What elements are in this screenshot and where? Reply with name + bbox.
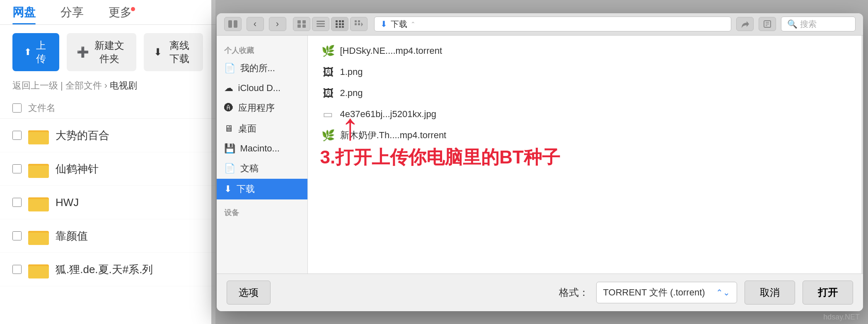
file-entry-torrent2[interactable]: 🌿 新木奶伊.Th....mp4.torrent [315,125,856,146]
view-list-button[interactable] [312,17,329,31]
svg-rect-14 [28,266,49,278]
dialog-body: 个人收藏 📄 我的所... ☁ iCloud D... 🅐 应用程序 🖥 桌面 [217,36,863,274]
svg-rect-24 [336,20,338,22]
svg-rect-26 [342,20,344,22]
select-all-checkbox[interactable] [12,103,22,113]
watermark: hdsay.NET [823,313,860,322]
view-options-group [293,17,368,31]
svg-rect-33 [355,20,357,22]
file-row[interactable]: 仙鹤神针 [0,152,215,186]
svg-rect-34 [358,20,360,22]
share-button[interactable] [736,17,754,31]
format-value: TORRENT 文件 (.torrent) [603,286,705,299]
tab-wangpan[interactable]: 网盘 [12,5,36,24]
file-row[interactable]: 靠颜值 [0,219,215,253]
tab-share[interactable]: 分享 [60,5,84,24]
svg-rect-31 [339,26,341,28]
sidebar-item-downloads[interactable]: ⬇ 下载 [217,179,307,199]
sidebar-item-label: 文稿 [240,162,259,175]
app-panel: 网盘 分享 更多 ⬆ 上传 ➕ 新建文件夹 ⬇ 离线下载 返回上一级 | 全部文… [0,0,215,324]
nav-back-button[interactable]: ‹ [247,17,264,31]
new-folder-icon: ➕ [77,46,89,58]
offline-download-button[interactable]: ⬇ 离线下载 [144,33,203,71]
resize-handle[interactable] [861,36,863,274]
tab-more[interactable]: 更多 [109,5,132,24]
folder-icon [28,126,49,144]
file-checkbox[interactable] [12,198,22,207]
file-checkbox[interactable] [12,131,22,140]
file-row[interactable]: HWJ [0,186,215,219]
file-row[interactable]: 大势的百合 [0,119,215,152]
breadcrumb: 返回上一级 | 全部文件 › 电视剧 [0,79,215,98]
breadcrumb-all-files[interactable]: 全部文件 [65,79,102,92]
nav-forward-button[interactable]: › [269,17,286,31]
sidebar-item-label: 桌面 [238,122,256,135]
location-name: 下载 [391,19,407,30]
icloud-icon: ☁ [224,83,233,94]
sidebar-item-macintosh[interactable]: 💾 Macinto... [217,139,307,158]
search-bar[interactable]: 🔍 搜索 [781,17,856,31]
dialog-file-area: 🌿 [HDSky.NE....mp4.torrent 🖼 1.png 🖼 2.p… [308,36,863,274]
svg-rect-28 [339,23,341,25]
sidebar-item-apps[interactable]: 🅐 应用程序 [217,98,307,118]
file-name: HWJ [56,196,79,209]
file-row[interactable]: 狐.狸.de.夏.天#系.列 [0,253,215,286]
file-name: 大势的百合 [56,128,109,143]
cancel-button[interactable]: 取消 [745,281,795,305]
format-select[interactable]: TORRENT 文件 (.torrent) ⌃⌄ [596,282,737,303]
offline-download-icon: ⬇ [154,46,162,58]
sidebar-item-desktop[interactable]: 🖥 桌面 [217,118,307,139]
tag-button[interactable] [759,17,776,31]
file-entry-name: 1.png [340,67,850,77]
file-entry-jpg[interactable]: ▭ 4e37e61bj...j5201kx.jpg [315,104,856,125]
sidebar-favorites-label: 个人收藏 [217,43,307,58]
dialog-overlay: ‹ › ⬇ 下载 [211,0,868,324]
app-toolbar: ⬆ 上传 ➕ 新建文件夹 ⬇ 离线下载 [0,25,215,79]
image-icon: 🖼 [321,87,335,100]
sidebar-item-icloud[interactable]: ☁ iCloud D... [217,79,307,98]
desktop-icon: 🖥 [224,123,233,134]
sidebar-item-documents[interactable]: 📄 文稿 [217,158,307,179]
view-action-button[interactable] [350,17,368,31]
breadcrumb-back[interactable]: 返回上一级 [12,79,58,92]
view-grid-button[interactable] [331,17,348,31]
svg-rect-36 [358,23,360,25]
open-button[interactable]: 打开 [803,281,853,305]
svg-rect-8 [28,199,49,211]
file-checkbox[interactable] [12,265,22,274]
upload-button[interactable]: ⬆ 上传 [12,33,59,71]
file-open-dialog: ‹ › ⬇ 下载 [217,13,863,311]
file-checkbox[interactable] [12,231,22,240]
myfiles-icon: 📄 [224,63,235,74]
svg-rect-21 [317,21,325,22]
svg-rect-23 [317,26,325,27]
svg-rect-27 [336,23,338,25]
image-icon: ▭ [321,108,335,121]
svg-rect-25 [339,20,341,22]
svg-rect-18 [302,20,306,24]
view-split-button[interactable] [224,17,242,31]
location-bar[interactable]: ⬇ 下载 ⌃ [374,17,731,31]
file-entry-png1[interactable]: 🖼 1.png [315,62,856,83]
file-name: 狐.狸.de.夏.天#系.列 [56,262,153,277]
file-checkbox[interactable] [12,164,22,173]
options-button[interactable]: 选项 [227,281,271,305]
dialog-titlebar: ‹ › ⬇ 下载 [217,13,863,36]
nav-forward-icon: › [276,19,279,29]
sidebar-item-myfiles[interactable]: 📄 我的所... [217,58,307,79]
svg-marker-37 [361,22,363,26]
svg-rect-29 [342,23,344,25]
new-folder-button[interactable]: ➕ 新建文件夹 [67,33,137,71]
nav-back-icon: ‹ [254,19,256,29]
macintosh-icon: 💾 [224,143,235,154]
file-entry-png2[interactable]: 🖼 2.png [315,83,856,104]
breadcrumb-arrow: › [104,80,107,91]
svg-rect-35 [355,23,357,25]
downloads-icon: ⬇ [224,184,232,194]
upload-icon: ⬆ [24,47,31,58]
view-grid-small-button[interactable] [293,17,310,31]
folder-icon [28,260,49,278]
svg-rect-5 [28,166,49,178]
file-entry-torrent1[interactable]: 🌿 [HDSky.NE....mp4.torrent [315,41,856,62]
breadcrumb-pipe: | [60,80,63,91]
